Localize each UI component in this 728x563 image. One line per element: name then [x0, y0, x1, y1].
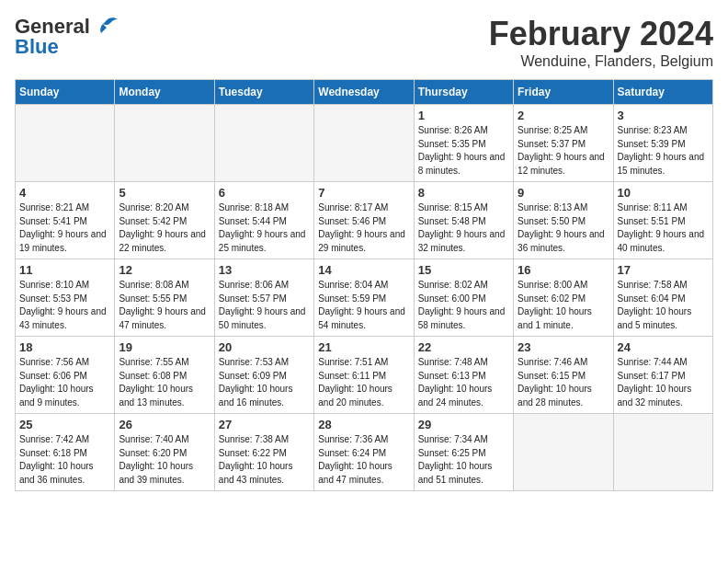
calendar-cell: 5Sunrise: 8:20 AM Sunset: 5:42 PM Daylig…	[115, 182, 214, 259]
header: General Blue February 2024 Wenduine, Fla…	[15, 15, 713, 70]
calendar-cell: 13Sunrise: 8:06 AM Sunset: 5:57 PM Dayli…	[214, 259, 313, 337]
day-info: Sunrise: 8:06 AM Sunset: 5:57 PM Dayligh…	[219, 279, 310, 332]
day-number: 6	[219, 186, 310, 200]
calendar-cell: 21Sunrise: 7:51 AM Sunset: 6:11 PM Dayli…	[314, 337, 414, 414]
day-info: Sunrise: 8:20 AM Sunset: 5:42 PM Dayligh…	[119, 201, 210, 255]
day-info: Sunrise: 7:46 AM Sunset: 6:15 PM Dayligh…	[518, 356, 609, 409]
day-number: 10	[618, 186, 709, 200]
day-number: 4	[19, 186, 110, 200]
day-number: 18	[19, 340, 110, 354]
calendar-cell: 1Sunrise: 8:26 AM Sunset: 5:35 PM Daylig…	[414, 105, 513, 182]
day-info: Sunrise: 7:44 AM Sunset: 6:17 PM Dayligh…	[618, 356, 709, 409]
day-info: Sunrise: 8:23 AM Sunset: 5:39 PM Dayligh…	[618, 124, 709, 178]
calendar-cell: 7Sunrise: 8:17 AM Sunset: 5:46 PM Daylig…	[314, 182, 414, 259]
calendar-cell: 9Sunrise: 8:13 AM Sunset: 5:50 PM Daylig…	[514, 182, 613, 259]
calendar-table: SundayMondayTuesdayWednesdayThursdayFrid…	[15, 79, 713, 491]
day-info: Sunrise: 7:51 AM Sunset: 6:11 PM Dayligh…	[318, 356, 409, 409]
day-info: Sunrise: 7:40 AM Sunset: 6:20 PM Dayligh…	[119, 433, 210, 487]
calendar-cell: 15Sunrise: 8:02 AM Sunset: 6:00 PM Dayli…	[414, 259, 513, 337]
day-number: 9	[518, 186, 609, 200]
day-number: 8	[418, 186, 509, 200]
calendar-cell	[16, 105, 115, 182]
weekday-wednesday: Wednesday	[314, 80, 414, 105]
calendar-cell: 25Sunrise: 7:42 AM Sunset: 6:18 PM Dayli…	[16, 414, 115, 491]
day-number: 2	[518, 109, 609, 122]
day-number: 23	[518, 340, 609, 354]
day-number: 13	[219, 263, 310, 277]
day-info: Sunrise: 7:55 AM Sunset: 6:08 PM Dayligh…	[119, 356, 210, 409]
day-number: 11	[19, 263, 110, 277]
week-row-5: 25Sunrise: 7:42 AM Sunset: 6:18 PM Dayli…	[16, 414, 713, 491]
logo-bird-icon	[94, 17, 119, 37]
calendar-cell: 17Sunrise: 7:58 AM Sunset: 6:04 PM Dayli…	[613, 259, 712, 337]
calendar-cell	[613, 414, 712, 491]
weekday-sunday: Sunday	[16, 80, 115, 105]
day-info: Sunrise: 8:13 AM Sunset: 5:50 PM Dayligh…	[518, 201, 609, 255]
week-row-1: 1Sunrise: 8:26 AM Sunset: 5:35 PM Daylig…	[16, 105, 713, 182]
day-number: 16	[518, 263, 609, 277]
day-number: 24	[618, 340, 709, 354]
calendar-cell: 8Sunrise: 8:15 AM Sunset: 5:48 PM Daylig…	[414, 182, 513, 259]
calendar-cell: 18Sunrise: 7:56 AM Sunset: 6:06 PM Dayli…	[16, 337, 115, 414]
calendar-body: 1Sunrise: 8:26 AM Sunset: 5:35 PM Daylig…	[16, 105, 713, 491]
weekday-monday: Monday	[115, 80, 214, 105]
day-number: 25	[19, 418, 110, 431]
week-row-2: 4Sunrise: 8:21 AM Sunset: 5:41 PM Daylig…	[16, 182, 713, 259]
day-number: 3	[618, 109, 709, 122]
day-info: Sunrise: 7:36 AM Sunset: 6:24 PM Dayligh…	[318, 433, 409, 487]
day-info: Sunrise: 8:25 AM Sunset: 5:37 PM Dayligh…	[518, 124, 609, 178]
day-number: 21	[318, 340, 409, 354]
calendar-cell: 14Sunrise: 8:04 AM Sunset: 5:59 PM Dayli…	[314, 259, 414, 337]
calendar-cell	[115, 105, 214, 182]
calendar-cell	[314, 105, 414, 182]
day-info: Sunrise: 8:11 AM Sunset: 5:51 PM Dayligh…	[618, 201, 709, 255]
day-info: Sunrise: 8:02 AM Sunset: 6:00 PM Dayligh…	[418, 279, 509, 332]
calendar-cell: 19Sunrise: 7:55 AM Sunset: 6:08 PM Dayli…	[115, 337, 214, 414]
calendar-cell: 24Sunrise: 7:44 AM Sunset: 6:17 PM Dayli…	[613, 337, 712, 414]
calendar-cell: 29Sunrise: 7:34 AM Sunset: 6:25 PM Dayli…	[414, 414, 513, 491]
logo: General Blue	[15, 15, 119, 59]
day-info: Sunrise: 8:04 AM Sunset: 5:59 PM Dayligh…	[318, 279, 409, 332]
day-info: Sunrise: 7:56 AM Sunset: 6:06 PM Dayligh…	[19, 356, 110, 409]
calendar-cell: 27Sunrise: 7:38 AM Sunset: 6:22 PM Dayli…	[214, 414, 313, 491]
calendar-cell: 4Sunrise: 8:21 AM Sunset: 5:41 PM Daylig…	[16, 182, 115, 259]
weekday-header: SundayMondayTuesdayWednesdayThursdayFrid…	[16, 80, 713, 105]
day-info: Sunrise: 8:00 AM Sunset: 6:02 PM Dayligh…	[518, 279, 609, 332]
day-number: 5	[119, 186, 210, 200]
day-number: 14	[318, 263, 409, 277]
day-number: 27	[219, 418, 310, 431]
day-info: Sunrise: 8:10 AM Sunset: 5:53 PM Dayligh…	[19, 279, 110, 332]
day-info: Sunrise: 7:42 AM Sunset: 6:18 PM Dayligh…	[19, 433, 110, 487]
calendar-cell: 12Sunrise: 8:08 AM Sunset: 5:55 PM Dayli…	[115, 259, 214, 337]
weekday-thursday: Thursday	[414, 80, 513, 105]
location-title: Wenduine, Flanders, Belgium	[489, 53, 713, 70]
week-row-3: 11Sunrise: 8:10 AM Sunset: 5:53 PM Dayli…	[16, 259, 713, 337]
calendar-cell: 28Sunrise: 7:36 AM Sunset: 6:24 PM Dayli…	[314, 414, 414, 491]
day-number: 15	[418, 263, 509, 277]
day-info: Sunrise: 8:18 AM Sunset: 5:44 PM Dayligh…	[219, 201, 310, 255]
month-title: February 2024	[489, 15, 713, 53]
weekday-tuesday: Tuesday	[214, 80, 313, 105]
title-area: February 2024 Wenduine, Flanders, Belgiu…	[489, 15, 713, 70]
day-number: 20	[219, 340, 310, 354]
calendar-cell: 23Sunrise: 7:46 AM Sunset: 6:15 PM Dayli…	[514, 337, 613, 414]
day-number: 19	[119, 340, 210, 354]
day-info: Sunrise: 8:17 AM Sunset: 5:46 PM Dayligh…	[318, 201, 409, 255]
day-info: Sunrise: 8:21 AM Sunset: 5:41 PM Dayligh…	[19, 201, 110, 255]
calendar-cell	[514, 414, 613, 491]
logo-blue: Blue	[15, 35, 59, 59]
calendar-cell: 11Sunrise: 8:10 AM Sunset: 5:53 PM Dayli…	[16, 259, 115, 337]
weekday-saturday: Saturday	[613, 80, 712, 105]
day-info: Sunrise: 8:26 AM Sunset: 5:35 PM Dayligh…	[418, 124, 509, 178]
calendar-cell: 16Sunrise: 8:00 AM Sunset: 6:02 PM Dayli…	[514, 259, 613, 337]
day-info: Sunrise: 7:58 AM Sunset: 6:04 PM Dayligh…	[618, 279, 709, 332]
calendar-cell: 22Sunrise: 7:48 AM Sunset: 6:13 PM Dayli…	[414, 337, 513, 414]
day-number: 26	[119, 418, 210, 431]
day-number: 17	[618, 263, 709, 277]
weekday-friday: Friday	[514, 80, 613, 105]
calendar-cell: 2Sunrise: 8:25 AM Sunset: 5:37 PM Daylig…	[514, 105, 613, 182]
day-number: 29	[418, 418, 509, 431]
day-info: Sunrise: 8:08 AM Sunset: 5:55 PM Dayligh…	[119, 279, 210, 332]
day-info: Sunrise: 7:48 AM Sunset: 6:13 PM Dayligh…	[418, 356, 509, 409]
day-info: Sunrise: 7:34 AM Sunset: 6:25 PM Dayligh…	[418, 433, 509, 487]
